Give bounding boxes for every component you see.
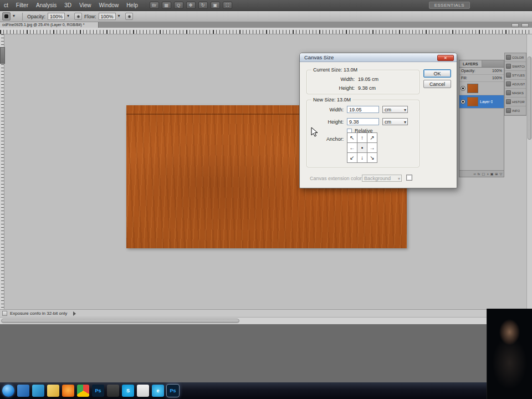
bridge-icon[interactable]: Br xyxy=(150,2,159,9)
arrange-documents-icon[interactable]: ▣ xyxy=(211,2,220,9)
menu-item-filter[interactable]: Filter xyxy=(12,0,32,11)
close-icon[interactable] xyxy=(437,55,454,61)
layer-thumbnail xyxy=(467,84,478,93)
anchor-cell-4[interactable]: ▪ xyxy=(357,143,367,152)
dialog-title-bar[interactable]: Canvas Size xyxy=(300,53,457,62)
taskbar-icon-document-app[interactable] xyxy=(137,385,149,397)
status-bar: Exposure confo in 32-bit only xyxy=(0,309,532,317)
menu-item-window[interactable]: Window xyxy=(95,0,123,11)
panel-history-label: HISTORY xyxy=(512,100,525,104)
taskbar-icon-media-app[interactable] xyxy=(17,385,29,397)
layers-opacity-value[interactable]: 100% xyxy=(492,68,502,74)
taskbar-icon-chrome[interactable] xyxy=(77,385,89,397)
tab-layers[interactable]: LAYERS xyxy=(459,60,482,67)
opacity-value[interactable]: 100% xyxy=(48,13,65,20)
delete-layer-icon[interactable]: ▽ xyxy=(499,171,502,177)
horizontal-scrollbar-thumb[interactable] xyxy=(1,319,239,323)
layer-mask-icon[interactable]: ▢ xyxy=(482,171,485,177)
flow-dropdown-arrow-icon[interactable] xyxy=(118,13,123,20)
panel-color[interactable]: COLOR xyxy=(505,53,526,62)
layer-effects-icon[interactable]: fx xyxy=(478,171,480,177)
vertical-ruler[interactable] xyxy=(0,34,4,309)
taskbar-icons: PsSePs xyxy=(2,385,179,397)
taskbar-icon-dark-app[interactable] xyxy=(107,385,119,397)
taskbar-icon-internet-explorer[interactable]: e xyxy=(152,385,164,397)
visibility-eye-icon[interactable] xyxy=(461,86,466,91)
zoom-tool-icon[interactable]: Q xyxy=(174,2,183,9)
anchor-cell-8[interactable]: ↘ xyxy=(367,153,377,162)
layers-fill-value[interactable]: 100% xyxy=(492,75,502,81)
taskbar-icon-photoshop-active[interactable]: Ps xyxy=(167,385,179,397)
brush-dropdown-arrow-icon[interactable] xyxy=(13,13,18,20)
layers-panel: LAYERS Opacity: 100% Fill: 100% Layer 0 … xyxy=(459,60,504,177)
new-height-input[interactable]: 9.38 xyxy=(347,118,379,125)
panel-history[interactable]: HISTORY xyxy=(505,98,526,106)
cancel-button[interactable]: Cancel xyxy=(423,80,451,88)
current-width-label: Width: xyxy=(318,76,355,83)
taskbar-icon-windows-explorer[interactable] xyxy=(47,385,59,397)
anchor-cell-0[interactable]: ↖ xyxy=(347,133,357,142)
rotate-view-icon[interactable]: ↻ xyxy=(198,2,208,9)
collapse-panels-icon[interactable] xyxy=(521,23,529,27)
anchor-cell-7[interactable]: ↓ xyxy=(357,153,367,162)
menu-item-analysis[interactable]: Analysis xyxy=(32,0,60,11)
link-layers-icon[interactable]: ∞ xyxy=(473,171,475,177)
taskbar-icon-start-orb[interactable] xyxy=(2,385,14,397)
taskbar-icon-firefox[interactable] xyxy=(62,385,74,397)
anchor-cell-5[interactable]: → xyxy=(367,143,377,152)
flow-label: Flow: xyxy=(84,14,96,19)
anchor-cell-1[interactable]: ↑ xyxy=(357,133,367,142)
flow-value[interactable]: 100% xyxy=(99,13,116,20)
layers-panel-tabs: LAYERS xyxy=(459,60,504,68)
layers-opacity-label: Opacity: xyxy=(461,68,475,74)
panel-masks-label: MASKS xyxy=(512,91,524,95)
new-height-unit-select[interactable]: cm xyxy=(382,118,408,125)
opacity-dropdown-arrow-icon[interactable] xyxy=(67,13,72,20)
view-extras-icon[interactable]: ▦ xyxy=(162,2,171,9)
panel-masks[interactable]: MASKS xyxy=(505,89,526,98)
workspace-switcher-button[interactable]: ESSENTIALS xyxy=(429,2,470,9)
airbrush-toggle-icon[interactable] xyxy=(125,13,133,20)
screen-mode-icon[interactable]: ⛶ xyxy=(223,2,232,9)
document-tab[interactable]: odFine0925.1.jpg @ 25.4% (Layer 0, RGB/8… xyxy=(0,22,99,28)
hand-tool-icon[interactable]: ✥ xyxy=(186,2,196,9)
new-width-input[interactable]: 19.05 xyxy=(347,106,379,113)
layer-group-icon[interactable]: ▣ xyxy=(490,171,494,177)
panel-menu-icon[interactable] xyxy=(511,23,519,27)
menu-item-3d[interactable]: 3D xyxy=(60,0,75,11)
anchor-cell-3[interactable]: ← xyxy=(347,143,357,152)
panel-adjustments[interactable]: ADJUSTMENTS xyxy=(505,80,526,89)
airbrush-icon[interactable] xyxy=(74,13,82,20)
panel-styles[interactable]: STYLES xyxy=(505,71,526,80)
appbar-icons: Br▦Q✥↻▣⛶ xyxy=(150,2,232,9)
status-icon xyxy=(2,311,7,316)
play-arrow-icon[interactable] xyxy=(73,311,76,316)
anchor-cell-6[interactable]: ↙ xyxy=(347,153,357,162)
taskbar-icon-photoshop[interactable]: Ps xyxy=(92,385,104,397)
menu-item-help[interactable]: Help xyxy=(122,0,142,11)
panel-info[interactable]: INFO xyxy=(505,106,526,115)
vertical-scrollbar[interactable] xyxy=(526,34,532,309)
layer-row-1[interactable]: Layer 0 xyxy=(459,95,504,109)
brush-preset-icon[interactable] xyxy=(2,12,11,21)
layer-row-0[interactable] xyxy=(459,82,504,95)
adjustment-layer-icon[interactable]: ◑ xyxy=(487,171,489,177)
menu-item-view[interactable]: View xyxy=(75,0,95,11)
taskbar-icon-messenger-app[interactable] xyxy=(32,385,44,397)
vertical-scrollbar-thumb[interactable] xyxy=(528,57,531,140)
horizontal-scrollbar[interactable] xyxy=(0,317,532,324)
menu-item-ct[interactable]: ct xyxy=(0,0,12,11)
tools-panel-edge[interactable] xyxy=(0,47,5,64)
extension-color-select[interactable]: Background xyxy=(362,175,402,182)
menu-items: ctFilterAnalysis3DViewWindowHelp xyxy=(0,0,142,11)
panel-history-icon xyxy=(506,99,511,104)
taskbar-icon-skype[interactable]: S xyxy=(122,385,134,397)
horizontal-ruler[interactable] xyxy=(0,28,532,34)
ok-button[interactable]: OK xyxy=(423,69,451,78)
visibility-eye-icon[interactable] xyxy=(461,99,466,104)
panel-swatches[interactable]: SWATCHES xyxy=(505,62,526,71)
extension-color-swatch[interactable] xyxy=(406,175,412,181)
anchor-cell-2[interactable]: ↗ xyxy=(367,133,377,142)
new-layer-icon[interactable]: ⊞ xyxy=(495,171,498,177)
new-width-unit-select[interactable]: cm xyxy=(382,106,408,113)
